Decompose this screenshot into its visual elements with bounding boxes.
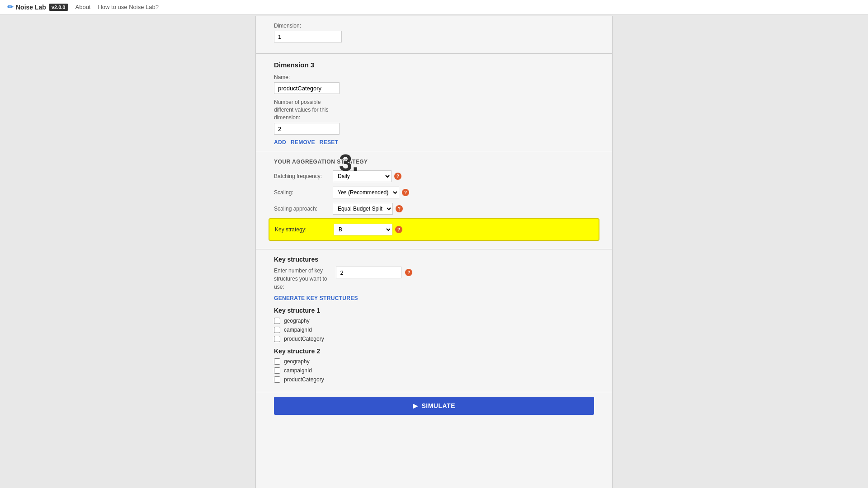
app-name: Noise Lab (16, 4, 46, 11)
ks-count-wrap: ? (336, 267, 412, 278)
top-navigation: ✏ Noise Lab v2.0.0 About How to use Nois… (0, 0, 868, 14)
remove-link[interactable]: REMOVE (291, 139, 315, 145)
ks2-productcategory-checkbox[interactable] (274, 376, 280, 383)
scaling-approach-select[interactable]: Equal Budget Split (333, 203, 393, 215)
ks2-productcategory-row: productCategory (274, 376, 594, 383)
dimension-label: Dimension: (274, 23, 364, 29)
add-link[interactable]: ADD (274, 139, 286, 145)
left-panel (0, 16, 255, 488)
batching-row: Batching frequency: Daily ? (274, 170, 594, 182)
bottom-bar: ▶ SIMULATE (256, 392, 612, 419)
scaling-approach-label: Scaling approach: (274, 206, 333, 212)
key-strategy-row: Key strategy: B A C ? (269, 219, 599, 240)
center-panel: Dimension: Dimension 3 Name: Number of p… (255, 16, 613, 488)
simulate-button[interactable]: ▶ SIMULATE (274, 397, 594, 415)
ks-input-area: Enter number of key structures you want … (274, 267, 594, 295)
ks2-title: Key structure 2 (274, 347, 594, 355)
dimension-field-row: Dimension: (274, 23, 594, 42)
ks-description: Enter number of key structures you want … (274, 267, 327, 291)
ks2-geography-checkbox[interactable] (274, 358, 280, 365)
ks1-geography-checkbox[interactable] (274, 318, 280, 324)
form-content: Dimension: Dimension 3 Name: Number of p… (256, 16, 612, 437)
reset-link[interactable]: RESET (320, 139, 339, 145)
scaling-label: Scaling: (274, 189, 333, 196)
dimension3-section: Dimension 3 Name: Number of possible dif… (256, 54, 612, 152)
key-structure-2-block: Key structure 2 geography campaignId pro… (274, 347, 594, 383)
ks1-productcategory-row: productCategory (274, 336, 594, 342)
ks1-productcategory-checkbox[interactable] (274, 336, 280, 342)
name-input[interactable] (274, 82, 340, 94)
ks1-title: Key structure 1 (274, 307, 594, 314)
ks2-campaignid-row: campaignId (274, 367, 594, 374)
ks1-productcategory-label: productCategory (284, 336, 324, 342)
scaling-help-icon[interactable]: ? (402, 189, 409, 196)
key-structures-title: Key structures (274, 256, 594, 263)
top-scrolled-section: Dimension: (256, 16, 612, 53)
right-panel (613, 16, 868, 488)
dimension3-title: Dimension 3 (274, 61, 594, 69)
scroll-container[interactable]: Dimension: Dimension 3 Name: Number of p… (256, 16, 612, 488)
how-to-use-link[interactable]: How to use Noise Lab? (98, 4, 158, 10)
scaling-select[interactable]: Yes (Recommended) (333, 187, 399, 198)
annotation-number: 3. (339, 149, 359, 176)
name-row: Name: (274, 74, 594, 94)
key-strategy-select-wrap: B A C ? (334, 224, 402, 235)
aggregation-section: YOUR AGGREGATION STRATEGY Batching frequ… (256, 152, 612, 249)
ks2-campaignid-label: campaignId (284, 367, 312, 374)
scaling-select-wrap: Yes (Recommended) ? (333, 187, 409, 198)
simulate-label: SIMULATE (421, 402, 455, 409)
scaling-row: Scaling: Yes (Recommended) ? (274, 187, 594, 198)
ks1-campaignid-checkbox[interactable] (274, 327, 280, 333)
values-row: Number of possible different values for … (274, 99, 594, 135)
ks1-geography-label: geography (284, 318, 310, 324)
key-strategy-label: Key strategy: (275, 226, 334, 233)
ks1-campaignid-label: campaignId (284, 327, 312, 333)
key-strategy-help-icon[interactable]: ? (395, 226, 402, 233)
name-label: Name: (274, 74, 364, 80)
batching-label: Batching frequency: (274, 173, 333, 179)
play-icon: ▶ (413, 402, 418, 409)
version-badge: v2.0.0 (49, 4, 68, 11)
aggregation-title: YOUR AGGREGATION STRATEGY (274, 159, 594, 165)
key-structure-1-block: Key structure 1 geography campaignId pro… (274, 307, 594, 342)
about-link[interactable]: About (75, 4, 91, 10)
ks-count-input[interactable] (336, 267, 401, 278)
ks2-geography-row: geography (274, 358, 594, 365)
pencil-icon: ✏ (7, 3, 13, 11)
ks2-geography-label: geography (284, 358, 310, 365)
scaling-approach-row: Scaling approach: Equal Budget Split ? (274, 203, 594, 215)
batching-help-icon[interactable]: ? (394, 173, 401, 180)
key-structures-section: Key structures Enter number of key struc… (256, 249, 612, 392)
key-strategy-select[interactable]: B A C (334, 224, 392, 235)
scaling-approach-help-icon[interactable]: ? (396, 205, 403, 212)
ks2-campaignid-checkbox[interactable] (274, 367, 280, 374)
app-logo: ✏ Noise Lab v2.0.0 (7, 3, 68, 11)
ks1-geography-row: geography (274, 318, 594, 324)
dimension-input[interactable] (274, 31, 342, 42)
values-label: Number of possible different values for … (274, 99, 594, 121)
action-links-row: ADD REMOVE RESET (274, 139, 594, 145)
ks1-campaignid-row: campaignId (274, 327, 594, 333)
ks2-productcategory-label: productCategory (284, 376, 324, 383)
generate-key-structures-link[interactable]: GENERATE KEY STRUCTURES (274, 295, 358, 301)
scaling-approach-select-wrap: Equal Budget Split ? (333, 203, 403, 215)
values-input[interactable] (274, 123, 340, 135)
ks-help-icon[interactable]: ? (405, 269, 412, 276)
